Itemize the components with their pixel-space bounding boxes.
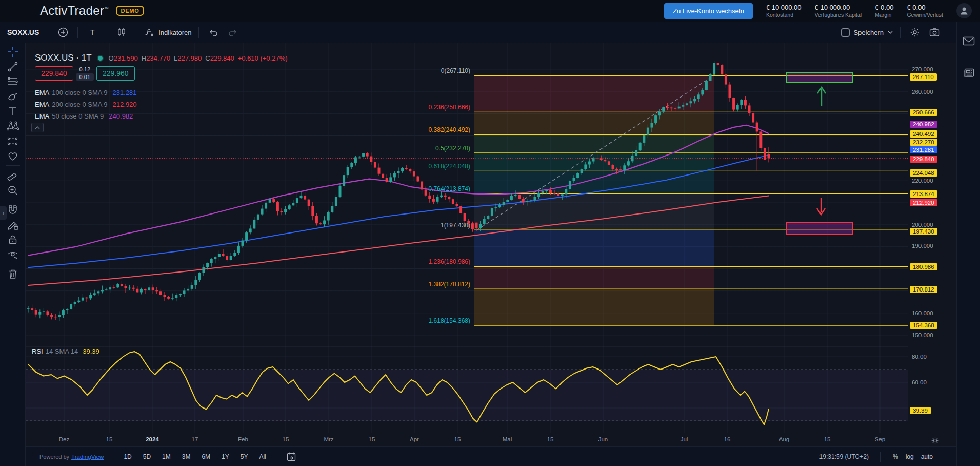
tradingview-link[interactable]: TradingView xyxy=(71,454,104,460)
save-square-icon xyxy=(841,28,850,37)
zoom-in-tool[interactable] xyxy=(5,183,21,198)
price-axis-badge: 224.048 xyxy=(910,169,937,177)
magnet-mode[interactable] xyxy=(5,202,21,217)
switch-to-live-button[interactable]: Zu Live-Konto wechseln xyxy=(664,3,753,19)
time-axis[interactable]: Dez15202417Feb15Mrz15Apr15Mai15JunJul16A… xyxy=(26,433,908,446)
quote-panel: 229.840 0.12 0.01 229.960 xyxy=(35,66,135,81)
remove-drawings[interactable] xyxy=(5,266,21,281)
text-tool[interactable] xyxy=(5,104,21,119)
stat-value: € 0.00 xyxy=(907,4,943,11)
chart-settings-button[interactable] xyxy=(905,25,925,40)
range-button-1y[interactable]: 1Y xyxy=(217,451,234,462)
indicators-button[interactable]: Indikatoren xyxy=(141,25,193,40)
axis-settings-gear-icon[interactable] xyxy=(931,436,939,445)
clock[interactable]: 19:31:59 (UTC+2) xyxy=(819,453,869,460)
price-axis-label: 150.000 xyxy=(912,332,933,338)
log-scale-button[interactable]: log xyxy=(906,453,914,460)
stat-value: € 10 000.00 xyxy=(766,4,802,11)
user-drawings[interactable] xyxy=(787,72,852,235)
mail-button[interactable] xyxy=(961,33,976,49)
trash-icon xyxy=(7,268,19,280)
xabcd-pattern-tool[interactable] xyxy=(5,119,21,133)
chart-legend-title[interactable]: SOXX.US · 1T O231.590H234.770L227.980C22… xyxy=(35,53,291,63)
toolbar-separator xyxy=(107,27,107,38)
lot-size[interactable]: 0.01 xyxy=(76,73,94,81)
time-axis-label: Mai xyxy=(503,436,512,442)
lock-all-drawings[interactable] xyxy=(5,232,21,247)
measure-tool[interactable] xyxy=(5,168,21,183)
brush-tool[interactable] xyxy=(5,89,21,104)
undo-button[interactable] xyxy=(204,25,223,40)
price-axis-label: 270.000 xyxy=(912,66,933,72)
legend-collapse-button[interactable] xyxy=(31,123,44,132)
screenshot-button[interactable] xyxy=(925,25,944,40)
chart-style-button[interactable] xyxy=(112,25,131,40)
toolbar-divider xyxy=(6,264,20,264)
trend-line-tool[interactable] xyxy=(5,59,21,74)
range-button-all[interactable]: All xyxy=(254,451,270,462)
user-avatar[interactable] xyxy=(956,3,972,18)
price-axis-badge: 212.920 xyxy=(910,199,937,206)
indicators-label: Indikatoren xyxy=(158,29,191,36)
time-axis-label: 15 xyxy=(454,436,461,442)
market-status-dot xyxy=(98,56,103,61)
projection-tool[interactable] xyxy=(5,133,21,148)
price-axis[interactable]: 270.000267.110260.000250.666240.982240.4… xyxy=(908,43,956,446)
time-axis-label: Dez xyxy=(59,436,69,442)
time-axis-label: 15 xyxy=(824,436,831,442)
demo-badge: DEMO xyxy=(116,6,144,16)
auto-scale-button[interactable]: auto xyxy=(921,453,933,460)
redo-button[interactable] xyxy=(223,25,243,40)
range-button-6m[interactable]: 6M xyxy=(197,451,215,462)
buy-button[interactable]: 229.960 xyxy=(96,66,135,81)
newspaper-icon xyxy=(963,68,975,78)
stat-value: € 0.00 xyxy=(875,4,893,11)
object-tree-expander[interactable]: › xyxy=(0,206,7,220)
time-axis-label: Feb xyxy=(238,436,248,442)
rsi-zone xyxy=(26,370,908,421)
range-button-1d[interactable]: 1D xyxy=(119,451,136,462)
percent-scale-button[interactable]: % xyxy=(893,453,898,460)
stat-label: Kontostand xyxy=(766,12,802,18)
price-axis-label: 260.000 xyxy=(912,89,933,95)
interval-button[interactable]: T xyxy=(83,25,102,40)
range-button-5d[interactable]: 5D xyxy=(138,451,155,462)
chart-canvas[interactable] xyxy=(26,43,908,446)
fib-retracement[interactable] xyxy=(474,75,908,325)
news-button[interactable] xyxy=(961,65,976,81)
crosshair-tool[interactable] xyxy=(5,44,21,59)
go-to-date-button[interactable] xyxy=(282,449,301,464)
chart-pane[interactable]: SOXX.US · 1T O231.590H234.770L227.980C22… xyxy=(26,43,908,446)
indicator-legend-ema100[interactable]: EMA100 close 0 SMA 9231.281 xyxy=(35,89,137,96)
emoji-tool[interactable] xyxy=(5,148,21,163)
save-layout-button[interactable]: Speichern xyxy=(838,25,895,40)
indicator-legend-ema200[interactable]: EMA200 close 0 SMA 9212.920 xyxy=(35,101,137,108)
price-axis-label: 200.000 xyxy=(912,222,933,228)
hide-all-drawings[interactable] xyxy=(5,247,21,262)
sell-button[interactable]: 229.840 xyxy=(35,66,73,81)
compare-add-symbol-button[interactable] xyxy=(53,25,73,40)
rsi-legend[interactable]: RSI14 SMA 1439.39 xyxy=(32,347,99,355)
stat-label: Verfügbares Kapital xyxy=(815,12,862,18)
right-sidebar xyxy=(956,22,980,466)
fib-lines-tool[interactable] xyxy=(5,74,21,89)
powered-by-label: Powered by xyxy=(39,454,69,460)
gear-icon xyxy=(910,27,920,37)
time-axis-label: 15 xyxy=(369,436,375,442)
symbol-button[interactable]: SOXX.US xyxy=(7,28,39,36)
drawing-mode-lock[interactable] xyxy=(5,217,21,232)
crosshair-icon xyxy=(7,46,19,58)
footer-right: 19:31:59 (UTC+2) % log auto xyxy=(819,452,933,462)
envelope-icon xyxy=(963,36,975,46)
pencil-lock-icon xyxy=(7,219,19,231)
price-axis-badge: 231.281 xyxy=(910,146,937,153)
range-button-1m[interactable]: 1M xyxy=(157,451,175,462)
stat-profit-loss: € 0.00 Gewinn/Verlust xyxy=(907,4,943,18)
xabcd-icon xyxy=(6,120,19,132)
toolbar-separator xyxy=(198,27,199,38)
support-box xyxy=(787,222,852,235)
range-button-3m[interactable]: 3M xyxy=(177,451,195,462)
range-button-5y[interactable]: 5Y xyxy=(236,451,253,462)
indicator-legend-ema50[interactable]: EMA50 close 0 SMA 9240.982 xyxy=(35,112,133,120)
spread-value: 0.12 xyxy=(79,66,90,72)
